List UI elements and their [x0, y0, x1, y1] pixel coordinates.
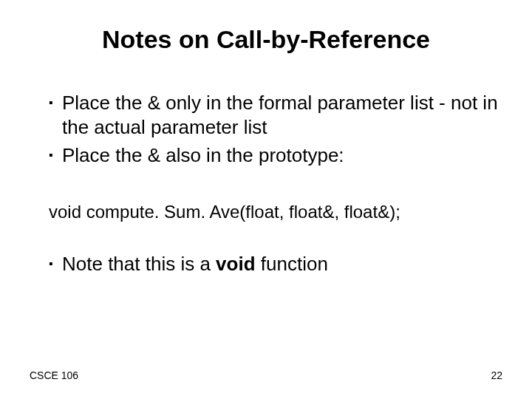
bullet-list: ▪ Place the & only in the formal paramet…	[49, 91, 502, 168]
slide-title: Notes on Call-by-Reference	[30, 25, 502, 54]
bullet-text: Place the & only in the formal parameter…	[62, 91, 502, 139]
bullet-text: Place the & also in the prototype:	[62, 143, 502, 168]
bullet-text-post: function	[256, 253, 328, 275]
bullet-marker-icon: ▪	[49, 256, 62, 271]
bullet-text-pre: Note that this is a	[62, 253, 216, 275]
bullet-item: ▪ Note that this is a void function	[49, 252, 502, 276]
bullet-marker-icon: ▪	[49, 148, 62, 163]
footer-left: CSCE 106	[30, 369, 78, 381]
bullet-item: ▪ Place the & only in the formal paramet…	[49, 91, 502, 139]
bullet-text: Note that this is a void function	[62, 252, 502, 276]
footer: CSCE 106 22	[30, 369, 502, 381]
bullet-marker-icon: ▪	[49, 95, 62, 110]
code-line: void compute. Sum. Ave(float, float&, fl…	[49, 202, 502, 222]
footer-right: 22	[491, 369, 502, 381]
bullet-text-bold: void	[216, 253, 255, 275]
slide: Notes on Call-by-Reference ▪ Place the &…	[0, 0, 532, 399]
bullet-item: ▪ Place the & also in the prototype:	[49, 143, 502, 168]
bullet-list: ▪ Note that this is a void function	[49, 252, 502, 276]
